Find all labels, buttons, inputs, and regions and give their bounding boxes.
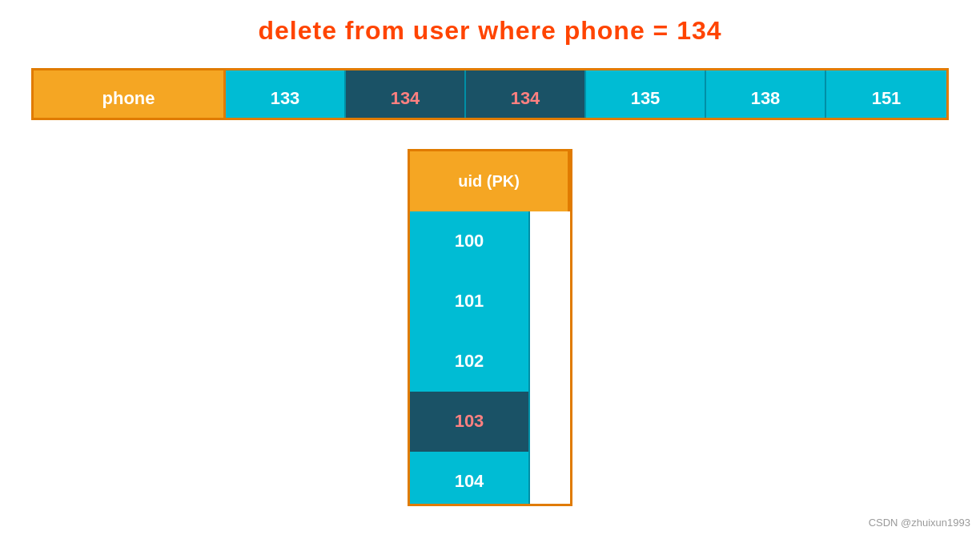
header-cell: phone [34,70,226,120]
table1: phone133134134135138151uid10410310510010… [31,68,949,120]
data-cell: 135 [586,70,706,120]
data-cell: 134 [466,70,586,120]
page-title: delete from user where phone = 134 [258,16,721,46]
data-cell: 133 [226,70,346,120]
data-cell: 134 [346,70,466,120]
data-cell: 100 [410,211,530,272]
watermark: CSDN @zhuixun1993 [869,517,970,529]
table-row: phone133134134135138151 [34,70,946,120]
header-cell: uid (PK) [410,151,570,211]
table2: uid (PK)100101102103104105phone (Index)1… [408,149,572,506]
data-cell: 102 [410,332,530,392]
data-cell: 101 [410,272,530,332]
data-cell: 103 [410,392,530,452]
data-cell: 104 [410,452,530,506]
data-cell: 138 [706,70,826,120]
table-row: uid (PK)100101102103104105 [410,151,570,506]
data-cell: 151 [826,70,946,120]
